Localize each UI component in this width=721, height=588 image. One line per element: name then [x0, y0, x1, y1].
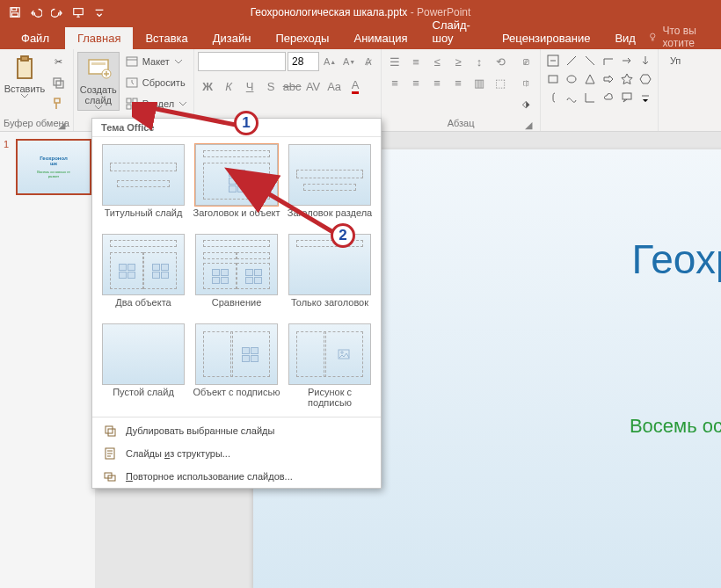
copy-button[interactable] [47, 73, 69, 92]
tab-home[interactable]: Главная [65, 27, 133, 49]
font-color-button[interactable]: A [346, 76, 365, 96]
layout-comparison[interactable]: Сравнение [193, 234, 280, 318]
redo-button[interactable] [47, 3, 67, 22]
editing-button[interactable]: Уп [662, 52, 688, 66]
spacing-button[interactable]: AV [303, 76, 323, 96]
list-level-button[interactable]: ⎅ [515, 73, 536, 92]
duplicate-slides-item[interactable]: Дублировать выбранные слайды [92, 419, 381, 442]
shape-oval[interactable] [563, 70, 580, 88]
shape-triangle[interactable] [581, 70, 599, 88]
layout-title-only[interactable]: Только заголовок [286, 234, 374, 318]
strike-button[interactable]: abc [282, 76, 302, 96]
tab-insert[interactable]: Вставка [133, 27, 200, 49]
save-button[interactable] [5, 3, 25, 22]
svg-point-19 [567, 76, 576, 83]
shape-connector[interactable] [600, 52, 617, 69]
font-size-input[interactable] [288, 52, 319, 71]
text-direction-button[interactable]: ⟲ [491, 52, 510, 71]
change-case-button[interactable]: Aa [324, 76, 344, 96]
align-left-button[interactable]: ≡ [385, 73, 404, 92]
shape-rect[interactable] [544, 70, 562, 88]
tab-transitions[interactable]: Переходы [263, 27, 341, 49]
line-spacing-button[interactable]: ↕ [470, 52, 489, 71]
shape-line[interactable] [563, 52, 580, 69]
smartart-button[interactable]: ⬚ [491, 73, 510, 92]
numbering-button[interactable]: ≡ [406, 52, 426, 71]
svg-point-4 [651, 33, 655, 38]
layout-section-header[interactable]: Заголовок раздела [286, 144, 374, 229]
tab-view[interactable]: Вид [602, 27, 648, 49]
align-text-button[interactable]: ⎚ [515, 52, 536, 71]
group-drawing [541, 49, 659, 131]
bullets-button[interactable]: ☰ [385, 52, 404, 71]
text-direction-icon: ⟲ [496, 55, 506, 69]
tell-me-search[interactable]: Что вы хотите [648, 25, 721, 49]
align-right-button[interactable]: ≡ [427, 73, 447, 92]
svg-rect-1 [12, 8, 17, 11]
underline-button[interactable]: Ч [240, 76, 259, 96]
clear-format-button[interactable]: A̷ [360, 52, 377, 71]
shape-curve[interactable] [563, 89, 580, 106]
slides-from-outline-item[interactable]: Слайды из структуры... [92, 442, 381, 465]
layout-title-slide[interactable]: Титульный слайд [99, 144, 187, 229]
convert-smartart-button[interactable]: ⬗ [515, 94, 536, 113]
columns-button[interactable]: ▥ [470, 73, 489, 92]
bullets-icon: ☰ [390, 55, 400, 69]
shape-star[interactable] [618, 70, 636, 88]
start-slideshow-button[interactable] [69, 3, 88, 22]
layout-blank[interactable]: Пустой слайд [99, 323, 187, 408]
tab-design[interactable]: Дизайн [200, 27, 264, 49]
tab-file[interactable]: Файл [5, 27, 65, 49]
reuse-slides-item[interactable]: Повторное использование слайдов... [92, 465, 381, 488]
shape-callout[interactable] [618, 89, 636, 106]
layout-title-content[interactable]: Заголовок и объект [193, 144, 280, 229]
shape-arrow-down[interactable] [637, 52, 654, 69]
tab-animations[interactable]: Анимация [341, 27, 419, 49]
layout-picture-caption[interactable]: Рисунок с подписью [286, 323, 374, 408]
svg-rect-23 [106, 426, 113, 433]
shrink-font-button[interactable]: A▼ [340, 52, 358, 71]
svg-rect-12 [127, 57, 137, 66]
layout-button[interactable]: Макет [121, 52, 190, 71]
paste-button[interactable]: Вставить [4, 52, 46, 98]
document-name: Геохронологическая шкала.pptx [251, 6, 408, 18]
italic-button[interactable]: К [219, 76, 238, 96]
reset-button[interactable]: Сбросить [121, 73, 190, 92]
tab-slideshow[interactable]: Слайд-шоу [420, 14, 491, 49]
justify-button[interactable]: ≡ [448, 73, 468, 92]
undo-button[interactable] [26, 3, 46, 22]
shape-hexagon[interactable] [637, 70, 654, 88]
cut-button[interactable]: ✂ [47, 52, 69, 71]
shapes-gallery[interactable] [544, 52, 654, 106]
format-painter-button[interactable] [47, 94, 69, 113]
app-name: PowerPoint [417, 6, 470, 18]
section-button[interactable]: Раздел [121, 94, 190, 113]
outdent-icon: ≤ [434, 55, 441, 69]
paragraph-launcher[interactable]: ◢ [522, 119, 535, 131]
slide-thumbnail-1[interactable]: Геохронол шк Восемь основных ге развит [16, 139, 91, 195]
qat-customize-button[interactable] [90, 3, 109, 22]
shape-textbox[interactable] [544, 52, 562, 69]
shape-brace[interactable] [544, 89, 562, 106]
new-slide-button[interactable]: Создать слайд [77, 52, 120, 111]
bold-button[interactable]: Ж [198, 76, 217, 96]
clipboard-launcher[interactable]: ◢ [55, 119, 68, 131]
shape-connector2[interactable] [581, 89, 599, 106]
increase-indent-button[interactable]: ≥ [448, 52, 468, 71]
align-center-button[interactable]: ≡ [406, 73, 426, 92]
layout-two-content[interactable]: Два объекта [99, 234, 187, 318]
layout-content-caption[interactable]: Объект с подписью [193, 323, 280, 408]
shapes-more[interactable] [637, 89, 654, 106]
shape-line2[interactable] [581, 52, 599, 69]
shape-arrow[interactable] [618, 52, 636, 69]
list-icon: ⎅ [519, 76, 533, 90]
font-name-input[interactable] [198, 52, 286, 71]
shadow-button[interactable]: S [261, 76, 280, 96]
chevron-down-icon [175, 60, 182, 64]
chevron-down-icon [179, 102, 186, 106]
tab-review[interactable]: Рецензирование [490, 27, 602, 49]
shape-cloud[interactable] [600, 89, 617, 106]
grow-font-button[interactable]: A▲ [321, 52, 339, 71]
shape-rarrow[interactable] [600, 70, 617, 88]
decrease-indent-button[interactable]: ≤ [427, 52, 447, 71]
